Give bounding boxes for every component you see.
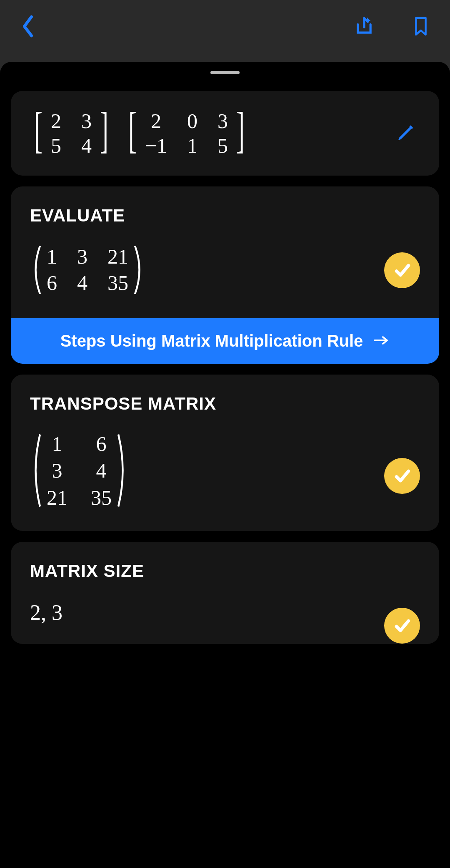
steps-label: Steps Using Matrix Multiplication Rule bbox=[60, 332, 363, 350]
transpose-title: TRANSPOSE MATRIX bbox=[30, 394, 420, 414]
evaluate-card: EVALUATE 1 3 21 6 4 35 bbox=[11, 186, 439, 364]
matrix-cell: 1 bbox=[47, 246, 57, 268]
transpose-card: TRANSPOSE MATRIX 1 6 3 4 21 35 bbox=[11, 375, 439, 531]
matrix-cell: 3 bbox=[52, 460, 62, 482]
matrix-cell: 4 bbox=[81, 135, 92, 157]
matrix-cell: 3 bbox=[218, 110, 228, 132]
matrix-cell: 0 bbox=[187, 110, 198, 132]
matrix-cell: 6 bbox=[96, 433, 107, 455]
matrix-cell: 3 bbox=[77, 246, 88, 268]
matrix-cell: 35 bbox=[91, 487, 112, 509]
matrix-cell: 5 bbox=[51, 135, 61, 157]
matrix-size-card: MATRIX SIZE 2, 3 bbox=[11, 542, 439, 644]
evaluate-title: EVALUATE bbox=[30, 206, 420, 226]
matrix-cell: 4 bbox=[96, 460, 107, 482]
matrix-cell: 1 bbox=[187, 135, 198, 157]
matrix-cell: 2 bbox=[51, 110, 61, 132]
verified-badge[interactable] bbox=[384, 458, 420, 494]
matrix-cell: 6 bbox=[47, 272, 57, 294]
matrix-cell: 1 bbox=[52, 433, 62, 455]
edit-button[interactable] bbox=[396, 123, 416, 144]
matrix-cell: 21 bbox=[47, 487, 68, 509]
sheet-grabber[interactable] bbox=[210, 71, 240, 74]
verified-badge[interactable] bbox=[384, 252, 420, 288]
matrix-cell: 5 bbox=[218, 135, 228, 157]
share-button[interactable] bbox=[353, 15, 375, 39]
expression-card: [ 2 3 5 4 ] [ 2 0 bbox=[11, 91, 439, 176]
top-bar-actions bbox=[353, 15, 429, 39]
matrix-cell: −1 bbox=[145, 135, 167, 157]
show-steps-button[interactable]: Steps Using Matrix Multiplication Rule bbox=[11, 318, 439, 364]
transpose-result: 1 6 3 4 21 35 bbox=[30, 433, 420, 512]
matrix-cell: 2 bbox=[151, 110, 161, 132]
matrix-size-value: 2, 3 bbox=[30, 600, 420, 625]
matrix-cell: 3 bbox=[81, 110, 92, 132]
input-expression: [ 2 3 5 4 ] [ 2 0 bbox=[30, 110, 420, 156]
matrix-cell: 4 bbox=[77, 272, 88, 294]
back-button[interactable] bbox=[21, 14, 35, 40]
size-title: MATRIX SIZE bbox=[30, 561, 420, 581]
top-bar bbox=[0, 0, 450, 54]
evaluate-result: 1 3 21 6 4 35 bbox=[30, 245, 420, 299]
verified-badge[interactable] bbox=[384, 608, 420, 644]
matrix-cell: 35 bbox=[108, 272, 128, 294]
matrix-cell: 21 bbox=[108, 246, 128, 268]
bookmark-button[interactable] bbox=[412, 15, 429, 39]
arrow-right-icon bbox=[373, 332, 390, 350]
results-sheet: [ 2 3 5 4 ] [ 2 0 bbox=[0, 62, 450, 868]
